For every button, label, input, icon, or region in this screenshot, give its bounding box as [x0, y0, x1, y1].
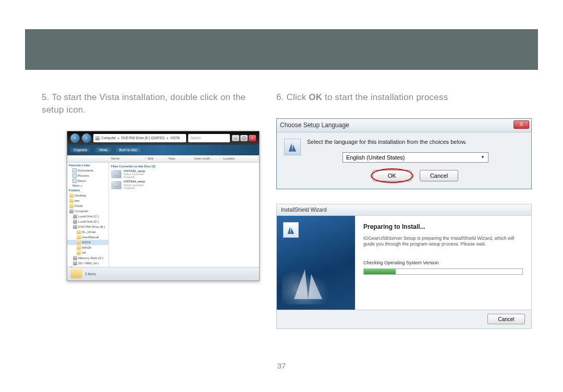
ok-button[interactable]: OK	[373, 170, 411, 181]
comp-icon	[69, 209, 74, 213]
col-size[interactable]: Size	[145, 157, 166, 160]
left-column: 5. To start the Vista installation, doub…	[42, 91, 261, 329]
fldr-icon	[77, 240, 81, 244]
disk-icon	[73, 214, 77, 218]
setup-logo-icon	[284, 139, 301, 155]
explorer-body: Favorite Links Documents Pictures Music …	[67, 163, 259, 267]
wizard-body-text: IOGearUSBServer Setup is preparing the I…	[363, 236, 523, 248]
setup-logo-icon	[283, 222, 299, 238]
fldr-icon	[69, 199, 74, 203]
fldr-icon	[77, 251, 81, 255]
explorer-toolbar: Organize Views Burn to disc	[67, 145, 259, 155]
cancel-button[interactable]: Cancel	[420, 170, 458, 181]
nav-fwd-icon[interactable]: ›	[82, 133, 91, 143]
step-6-text: 6. Click OK to start the installation pr…	[276, 91, 532, 104]
step-5-text: 5. To start the Vista installation, doub…	[42, 91, 261, 116]
tree-item[interactable]: DVD RW Drive (E:)	[67, 224, 108, 229]
tree-item[interactable]: SD / MMC (H:)	[67, 261, 108, 266]
tree-item[interactable]: VISTA	[67, 240, 108, 245]
nav-back-icon[interactable]: ‹	[70, 133, 80, 143]
pictures-icon	[72, 174, 77, 178]
wizard-status-text: Checking Operating System Version	[363, 260, 523, 265]
sidebar-item-pictures[interactable]: Pictures	[67, 173, 108, 178]
disk-icon	[73, 256, 77, 260]
disk-icon	[73, 219, 77, 224]
col-name[interactable]: Name	[109, 157, 145, 160]
files-group-header: Files Currently on the Disc (3)	[110, 164, 258, 169]
step-6-b: to start the installation process	[322, 92, 448, 102]
net-icon	[69, 266, 74, 267]
dialog-titlebar: Choose Setup Language X	[277, 119, 531, 132]
step-5-body: To start the Vista installation, double …	[42, 92, 246, 115]
music-icon	[72, 179, 77, 183]
maximize-icon[interactable]: ▢	[240, 135, 248, 141]
sidebar-item-more[interactable]: More »	[67, 183, 108, 188]
dialog-title: Choose Setup Language	[280, 121, 349, 129]
tree-item[interactable]: Public	[67, 203, 108, 209]
close-icon[interactable]: X	[513, 120, 529, 129]
column-headers: Name Size Type Date modif... Location	[67, 155, 259, 163]
disk-icon	[73, 225, 77, 229]
col-loc[interactable]: Location	[221, 157, 259, 160]
file-item[interactable]: VISTA32_setupSetup LauncherIOGEAR	[110, 169, 258, 180]
tree-item[interactable]: Network	[67, 266, 108, 267]
col-type[interactable]: Type	[166, 157, 192, 160]
documents-icon	[72, 168, 77, 173]
tree-item[interactable]: WIN2K	[67, 245, 108, 250]
progress-fill	[364, 269, 396, 274]
sidebar-item-documents[interactable]: Documents	[67, 168, 108, 173]
step-5-number: 5.	[42, 92, 52, 102]
right-column: 6. Click OK to start the installation pr…	[276, 91, 532, 329]
fldr-icon	[77, 230, 81, 234]
tree-item[interactable]: UserManual	[67, 235, 108, 240]
explorer-statusbar: 3 items	[67, 267, 259, 280]
page-header-bar	[25, 29, 538, 70]
wizard-heading: Preparing to Install...	[363, 223, 523, 230]
setup-file-icon	[111, 181, 121, 189]
organize-button[interactable]: Organize	[70, 148, 90, 152]
fldr-icon	[69, 193, 74, 198]
step-6-a: Click	[287, 92, 309, 102]
content-columns: 5. To start the Vista installation, doub…	[42, 91, 532, 329]
step-6-number: 6.	[276, 92, 287, 102]
crumb-1: DVD RW Drive (E:) GDIP201	[121, 136, 165, 140]
language-select[interactable]: English (United States) ▼	[342, 152, 488, 163]
breadcrumb[interactable]: Computer▸ DVD RW Drive (E:) GDIP201▸ VIS…	[93, 134, 186, 142]
cancel-button[interactable]: Cancel	[487, 314, 525, 324]
tree-item[interactable]: Memory Stick (G:)	[67, 255, 108, 261]
tree-item[interactable]: Local Disk (C:)	[67, 214, 108, 219]
crumb-0: Computer	[101, 136, 116, 140]
fldr-icon	[69, 204, 74, 208]
tree-item[interactable]: Desktop	[67, 193, 108, 198]
crumb-2: VISTA	[170, 136, 180, 140]
explorer-titlebar: ‹ › Computer▸ DVD RW Drive (E:) GDIP201▸…	[67, 131, 259, 145]
setup-file-icon	[111, 170, 121, 178]
language-selected: English (United States)	[346, 154, 405, 161]
status-items: 3 items	[85, 272, 96, 276]
explorer-screenshot: ‹ › Computer▸ DVD RW Drive (E:) GDIP201▸…	[67, 131, 260, 281]
tree-item[interactable]: XP	[67, 250, 108, 255]
step-6-ok: OK	[309, 92, 322, 102]
minimize-icon[interactable]: –	[232, 135, 239, 141]
wizard-sidebar-graphic	[277, 216, 355, 310]
views-button[interactable]: Views	[95, 148, 111, 152]
wizard-titlebar: InstallShield Wizard	[277, 204, 531, 216]
tree-item[interactable]: Local Disk (D:)	[67, 219, 108, 224]
explorer-sidebar: Favorite Links Documents Pictures Music …	[67, 163, 109, 267]
tree-item[interactable]: Computer	[67, 209, 108, 214]
burn-button[interactable]: Burn to disc	[116, 148, 140, 152]
tree-item[interactable]: DL_Driver	[67, 229, 108, 235]
close-icon[interactable]: ×	[249, 135, 256, 141]
language-dialog-screenshot: Choose Setup Language X Select the langu…	[276, 118, 532, 189]
dialog-message: Select the language for this installatio…	[307, 139, 524, 145]
fldr-icon	[77, 246, 81, 250]
search-input[interactable]: Search	[188, 134, 230, 142]
wizard-title: InstallShield Wizard	[281, 207, 327, 213]
folder-icon	[70, 269, 82, 278]
file-list: Files Currently on the Disc (3) VISTA32_…	[109, 163, 259, 267]
chevron-down-icon: ▼	[481, 155, 485, 160]
sidebar-item-music[interactable]: Music	[67, 178, 108, 183]
file-item[interactable]: VISTA64_setupSetup LauncherIOGEAR	[110, 179, 258, 190]
col-date[interactable]: Date modif...	[192, 157, 221, 160]
tree-item[interactable]: test	[67, 198, 108, 203]
